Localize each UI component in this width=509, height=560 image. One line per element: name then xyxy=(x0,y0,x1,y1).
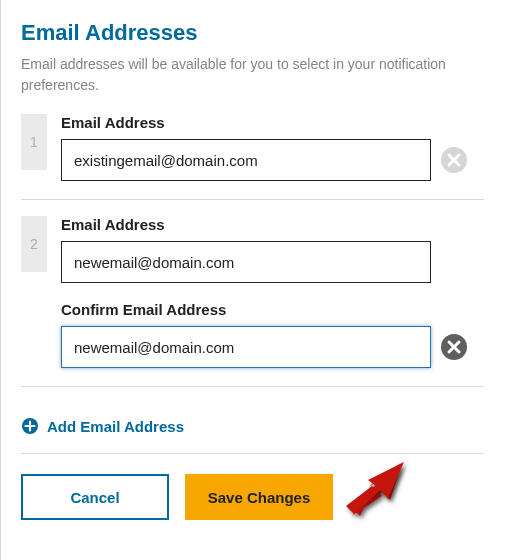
email-entry: 1 Email Address xyxy=(21,114,484,199)
delete-icon[interactable] xyxy=(441,334,467,360)
confirm-email-input[interactable] xyxy=(61,326,431,368)
email-address-label: Email Address xyxy=(61,216,484,233)
entry-index-badge: 1 xyxy=(21,114,47,170)
confirm-email-label: Confirm Email Address xyxy=(61,301,484,318)
save-button[interactable]: Save Changes xyxy=(185,474,333,520)
add-email-row[interactable]: Add Email Address xyxy=(21,403,484,453)
cancel-button[interactable]: Cancel xyxy=(21,474,169,520)
divider xyxy=(21,386,484,387)
plus-circle-icon xyxy=(21,417,39,435)
email-address-label: Email Address xyxy=(61,114,484,131)
email-entry: 2 Email Address Confirm Email Address xyxy=(21,216,484,386)
email-input[interactable] xyxy=(61,139,431,181)
divider xyxy=(21,453,484,454)
page-title: Email Addresses xyxy=(21,20,484,46)
page-description: Email addresses will be available for yo… xyxy=(21,54,484,96)
email-input[interactable] xyxy=(61,241,431,283)
divider xyxy=(21,199,484,200)
add-email-link[interactable]: Add Email Address xyxy=(47,418,184,435)
delete-icon[interactable] xyxy=(441,147,467,173)
entry-index-badge: 2 xyxy=(21,216,47,272)
